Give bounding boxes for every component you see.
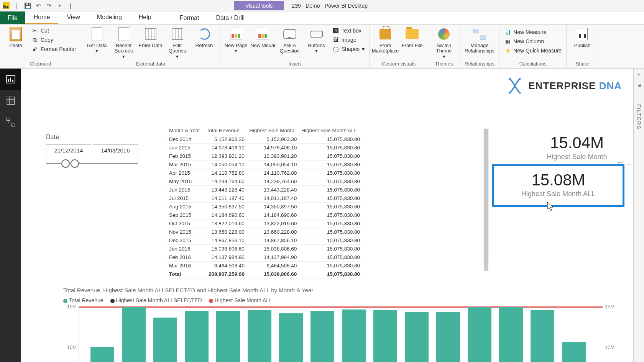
table-scrollbar[interactable] — [483, 128, 489, 263]
svg-rect-1 — [8, 79, 9, 82]
chart-bar[interactable] — [185, 311, 209, 362]
table-row[interactable]: Oct 201513,822,019.6013,822,019.6015,075… — [167, 219, 362, 228]
right-panes-collapsed[interactable]: ‹ ◂ FILTERS — [633, 69, 644, 362]
group-label: Themes — [430, 60, 457, 67]
new-page-button[interactable]: New Page▾ — [223, 26, 250, 54]
new-visual-button[interactable]: New Visual — [250, 26, 276, 48]
table-row[interactable]: Jul 201514,011,187.4014,011,187.4015,075… — [167, 194, 362, 203]
slider-handle-start[interactable] — [61, 159, 70, 168]
date-slicer[interactable]: Date 21/12/2014 14/03/2016 — [46, 134, 138, 164]
tab-data-drill[interactable]: Data / Drill — [207, 11, 253, 24]
legend-item: Total Revenue — [63, 297, 104, 303]
chart-bar[interactable] — [405, 312, 429, 362]
enter-data-button[interactable]: Enter Data — [137, 26, 164, 48]
tab-help[interactable]: Help — [130, 11, 160, 24]
expand-pane-icon[interactable]: ◂ — [637, 82, 641, 89]
combo-chart-visual[interactable]: Total Revenue, Highest Sale Month ALLSEL… — [63, 287, 622, 362]
chart-bar[interactable] — [373, 310, 397, 362]
table-row[interactable]: Jan 201514,978,406.1014,978,406.1015,075… — [167, 144, 362, 152]
textbox-button[interactable]: 🅰Text box — [332, 27, 365, 34]
new-column-button[interactable]: ▦New Column — [503, 38, 562, 45]
card-label: Highest Sale Month — [516, 153, 638, 161]
chart-bar[interactable] — [279, 313, 303, 362]
card-highest-sale-month[interactable]: 15.04M Highest Sale Month ▽ ⋯ — [516, 134, 638, 161]
table-visual[interactable]: Month & YearTotal RevenueHighest Sale Mo… — [167, 126, 481, 278]
tab-view[interactable]: View — [58, 11, 88, 24]
publish-button[interactable]: Publish — [569, 26, 596, 48]
table-row[interactable]: Feb 201512,393,901.2012,393,901.2015,075… — [167, 152, 362, 161]
table-row[interactable]: May 201514,239,764.6014,239,764.6015,075… — [167, 177, 362, 186]
tab-modeling[interactable]: Modeling — [89, 11, 130, 24]
table-row[interactable]: Dec 20145,152,963.305,152,963.3015,075,8… — [167, 135, 362, 144]
table-row[interactable]: Dec 201514,867,856.1014,867,856.1015,075… — [167, 236, 362, 245]
edit-queries-button[interactable]: Edit Queries▾ — [164, 26, 191, 59]
card-highest-sale-month-all-selected[interactable]: 15.08M Highest Sale Month ALL — [492, 164, 624, 207]
chart-bar[interactable] — [122, 307, 146, 362]
expand-pane-icon[interactable]: ‹ — [638, 71, 640, 78]
image-button[interactable]: 🖼Image — [332, 36, 365, 44]
chart-bar[interactable] — [153, 318, 177, 362]
table-row[interactable]: Jun 201513,443,228.4013,443,228.4015,075… — [167, 186, 362, 194]
switch-theme-button[interactable]: Switch Theme▾ — [430, 26, 457, 59]
format-painter-button[interactable]: 🖌Format Painter — [31, 45, 77, 53]
column-header[interactable]: Month & Year — [167, 126, 204, 135]
table-row[interactable]: Mar 20166,464,508.406,464,508.4015,075,8… — [167, 262, 362, 270]
file-tab[interactable]: File — [0, 11, 25, 24]
logo-text-dna: DNA — [599, 80, 622, 92]
table-row[interactable]: Mar 201514,050,054.1014,050,054.1015,075… — [167, 161, 362, 169]
table-row[interactable]: Feb 201614,137,984.9014,137,984.9015,075… — [167, 253, 362, 262]
ribbon-group-share: Publish Share — [567, 25, 598, 68]
new-measure-button[interactable]: 📊New Measure — [503, 28, 562, 36]
from-file-button[interactable]: From File — [399, 26, 426, 48]
buttons-button[interactable]: Buttons▾ — [303, 26, 330, 54]
nav-report-view[interactable] — [0, 69, 21, 90]
new-quick-measure-button[interactable]: ⚡New Quick Measure — [503, 47, 562, 54]
chart-bar[interactable] — [216, 311, 240, 362]
table-row[interactable]: Nov 201513,660,228.0013,660,228.0015,075… — [167, 228, 362, 236]
table-row[interactable]: Aug 201514,350,897.5014,350,897.5015,075… — [167, 203, 362, 211]
tab-format[interactable]: Format — [171, 11, 208, 24]
table-row[interactable]: Jan 201615,038,806.6015,038,806.6015,075… — [167, 245, 362, 253]
ask-question-button[interactable]: Ask A Question — [276, 26, 303, 54]
nav-data-view[interactable] — [0, 90, 21, 111]
chart-bar[interactable] — [248, 310, 271, 362]
chart-bar[interactable] — [531, 310, 554, 362]
chart-bar[interactable] — [342, 310, 366, 362]
nav-model-view[interactable] — [0, 111, 21, 133]
column-header[interactable]: Highest Sale Month ALL — [299, 126, 362, 135]
get-data-button[interactable]: Get Data▾ — [84, 26, 110, 54]
tab-home[interactable]: Home — [25, 11, 59, 24]
chart-legend: Total Revenue Highest Sale Month ALLSELE… — [63, 297, 622, 303]
redo-icon[interactable]: ↷ — [45, 2, 53, 10]
qat-customize-icon[interactable]: ▾ — [56, 2, 64, 10]
slider-handle-end[interactable] — [71, 159, 79, 168]
chart-bar[interactable] — [90, 347, 114, 362]
paste-button[interactable]: Paste — [2, 26, 29, 48]
date-from-input[interactable]: 21/12/2014 — [46, 144, 91, 156]
chart-bar[interactable] — [499, 307, 523, 362]
date-to-input[interactable]: 14/03/2016 — [93, 144, 138, 156]
table-row[interactable]: Apr 201514,110,762.8014,110,762.8015,075… — [167, 169, 362, 177]
date-range-slider[interactable] — [46, 163, 138, 164]
cut-icon: ✂ — [31, 27, 38, 34]
save-icon[interactable]: 💾 — [24, 2, 31, 10]
recent-sources-button[interactable]: Recent Sources▾ — [110, 26, 137, 59]
chart-bar[interactable] — [436, 312, 460, 362]
cut-button[interactable]: ✂Cut — [31, 27, 77, 34]
report-canvas[interactable]: ENTERPRISE DNA Date 21/12/2014 14/03/201… — [21, 69, 633, 362]
chart-bar[interactable] — [468, 307, 491, 362]
copy-button[interactable]: ⧉Copy — [31, 36, 77, 44]
legend-item: Highest Sale Month ALL — [209, 297, 272, 303]
column-header[interactable]: Highest Sale Month — [247, 126, 299, 135]
undo-icon[interactable]: ↶ — [34, 2, 42, 10]
from-marketplace-button[interactable]: From Marketplace — [372, 26, 399, 54]
column-header[interactable]: Total Revenue — [204, 126, 247, 135]
table-row[interactable]: Sep 201514,184,690.6014,184,690.6015,075… — [167, 211, 362, 219]
shapes-button[interactable]: ◯Shapes ▾ — [332, 45, 365, 53]
manage-relationships-button[interactable]: Manage Relationships — [462, 26, 497, 54]
chart-bar[interactable] — [562, 342, 586, 362]
refresh-button[interactable]: Refresh — [191, 26, 218, 48]
chart-bar[interactable] — [310, 311, 334, 362]
filters-pane-label[interactable]: FILTERS — [636, 104, 642, 130]
chevron-down-icon: ▾ — [443, 54, 445, 59]
